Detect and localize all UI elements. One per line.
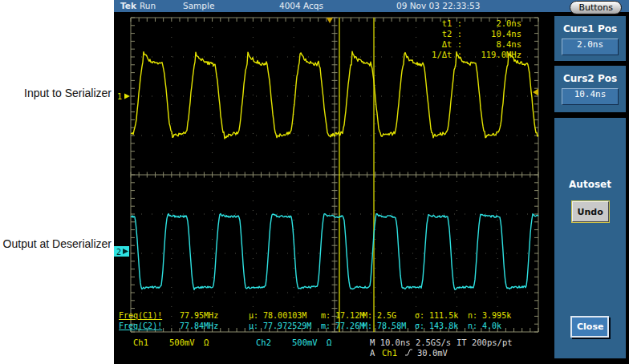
buttons-button[interactable]: Buttons [570,1,622,14]
delta-t-value: 8.4ns [462,39,521,50]
ch1-label: Ch1 [133,338,148,347]
meas-mean: μ: 77.972529M [249,322,311,330]
datetime-display: 09 Nov 03 22:33:53 [396,1,480,10]
trigger-position-marker[interactable] [327,18,333,23]
t2-label: t2 : [416,29,462,39]
ch2-coupling: Ω [327,338,331,347]
close-button[interactable]: Close [570,316,609,338]
meas-name: Freq(C1)! [119,311,162,320]
meas-min: m: 17.12M [321,311,364,320]
ch1-marker[interactable]: 1 [117,92,122,101]
ch2-annotation: Output at Deserializer [0,237,112,250]
inv-delta-t-value: 119.0MHz [462,50,521,60]
ch1-marker-arrow-icon [124,94,130,99]
trigger-level-arrow[interactable] [533,89,538,96]
measurement-row-ch1: Freq(C1)! 77.95MHz μ: 78.00103M m: 17.12… [114,311,552,322]
acq-mode: Sample [183,1,214,10]
meas-min: m: 77.26M [321,322,364,330]
meas-count: n: 3.995k [468,311,511,320]
t1-value: 2.0ns [462,18,521,29]
ch2-scale: 500mV [292,338,318,347]
meas-mean: μ: 78.00103M [249,311,306,320]
curs2-panel: Curs2 Pos 10.4ns [554,66,626,112]
rising-edge-icon [404,348,413,357]
cursor-readout: t1 :2.0ns t2 :10.4ns Δt :8.4ns 1/Δt :119… [416,18,521,60]
meas-sigma: σ: 111.5k [415,311,458,320]
acq-count: 4004 Acqs [279,1,323,10]
ch1-scale: 500mV [169,338,195,347]
scope-screen: 12 t1 :2.0ns t2 :10.4ns Δt :8.4ns 1/Δt :… [114,12,552,362]
meas-sigma: σ: 143.8k [415,322,458,330]
sampling-readout: IT 200ps/pt [457,338,513,347]
titlebar: Tek Run Sample 4004 Acqs 09 Nov 03 22:33… [114,0,629,12]
ch1-coupling: Ω [204,338,209,347]
tek-logo: Tek [120,1,136,10]
t1-label: t1 : [416,18,462,29]
curs1-pos-label: Curs1 Pos [554,16,626,34]
ch2-marker-label: 2 [116,248,121,257]
meas-max: M: 78.58M [363,322,406,330]
curs1-pos-value[interactable]: 2.0ns [562,38,619,55]
meas-freq: 77.84MHz [180,322,218,330]
timebase-readout: M 10.0ns 2.5GS/s [370,338,451,347]
autoset-panel: Autoset Undo Close [554,118,626,358]
meas-name: Freq(C2)! [119,322,162,330]
curs2-pos-label: Curs2 Pos [554,66,626,84]
meas-max: M: 2.5G [363,311,396,320]
measurement-row-ch2: Freq(C2)! 77.84MHz μ: 77.972529M m: 77.2… [114,322,552,332]
trigger-source: Ch1 [382,348,397,358]
acq-state: Run [140,1,156,10]
trigger-level: 30.0mV [417,348,448,358]
ch2-label: Ch2 [256,338,271,347]
inv-delta-t-label: 1/Δt : [416,50,462,60]
delta-t-label: Δt : [416,39,462,50]
undo-button[interactable]: Undo [572,201,609,222]
trigger-prefix: A [370,348,375,358]
meas-count: n: 4.0k [468,322,501,330]
autoset-label: Autoset [554,118,626,190]
curs2-pos-value[interactable]: 10.4ns [562,88,619,105]
meas-freq: 77.95MHz [180,311,218,320]
trigger-bar: A Ch1 30.0mV [114,348,552,358]
curs1-panel: Curs1 Pos 2.0ns [554,16,626,61]
t2-value: 10.4ns [462,29,521,39]
channel-bar: Ch1 500mV Ω Ch2 500mV Ω M 10.0ns 2.5GS/s… [114,338,552,348]
ch1-annotation: Input to Serializer [0,87,112,99]
graticule: 12 [114,12,552,362]
oscilloscope: Tek Run Sample 4004 Acqs 09 Nov 03 22:33… [114,0,629,364]
